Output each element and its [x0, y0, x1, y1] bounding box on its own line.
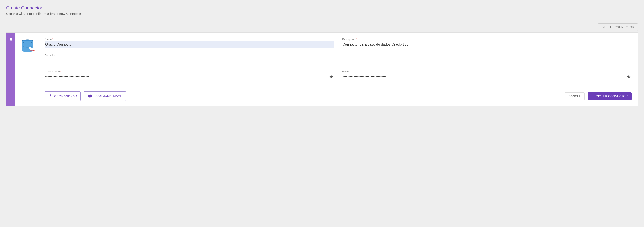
factor-input[interactable] [342, 74, 624, 80]
oracle-text: ORACLE [30, 49, 35, 51]
endpoint-input[interactable] [45, 58, 632, 64]
command-jar-button[interactable]: COMMAND JAR [45, 92, 81, 101]
page-subtitle: Use this wizard to configure a brand new… [6, 12, 638, 16]
docker-icon [88, 94, 94, 99]
name-input[interactable] [45, 41, 334, 48]
java-icon [48, 94, 52, 98]
delete-connector-label: DELETE CONNECTOR [602, 26, 634, 29]
eye-icon [627, 75, 631, 79]
cancel-label: CANCEL [568, 94, 581, 98]
register-connector-button[interactable]: REGISTER CONNECTOR [588, 92, 632, 100]
connector-card: ORACLE Name* Description* [6, 32, 638, 106]
connector-id-visibility-toggle[interactable] [328, 74, 334, 80]
svg-rect-10 [90, 94, 90, 95]
endpoint-label: Endpoint* [45, 54, 632, 57]
delete-connector-button[interactable]: DELETE CONNECTOR [598, 23, 638, 31]
name-label: Name* [45, 38, 334, 41]
command-image-label: COMMAND IMAGE [95, 94, 122, 98]
factor-label: Factor* [342, 70, 632, 73]
page-title: Create Connector [6, 5, 638, 10]
connector-id-label: Connector Id* [45, 70, 334, 73]
register-label: REGISTER CONNECTOR [592, 94, 628, 98]
command-jar-label: COMMAND JAR [54, 94, 77, 98]
oracle-logo: ORACLE [20, 39, 35, 56]
database-icon [9, 38, 13, 42]
factor-visibility-toggle[interactable] [626, 74, 632, 80]
description-input[interactable] [342, 41, 632, 48]
cancel-button[interactable]: CANCEL [565, 92, 585, 100]
eye-icon [330, 75, 333, 79]
card-stripe [6, 32, 16, 106]
connector-id-input[interactable] [45, 74, 326, 80]
command-image-button[interactable]: COMMAND IMAGE [84, 92, 126, 101]
description-label: Description* [342, 38, 632, 41]
